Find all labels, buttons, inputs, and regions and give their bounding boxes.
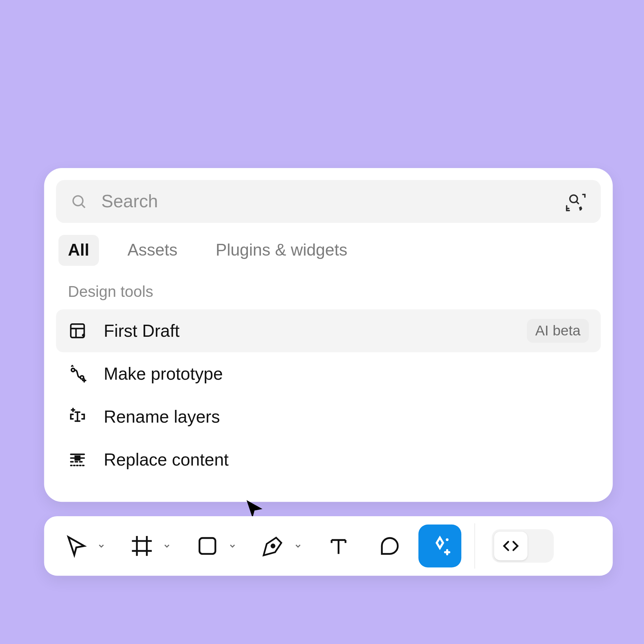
tool-list: First Draft AI beta Make prototype <box>56 309 601 481</box>
tool-move-group <box>58 528 119 564</box>
replace-content-icon <box>68 450 87 468</box>
svg-line-1 <box>82 205 85 208</box>
pen-tool[interactable] <box>255 528 291 564</box>
search-input[interactable] <box>101 191 551 211</box>
svg-point-31 <box>446 538 448 541</box>
command-palette: All Assets Plugins & widgets Design tool… <box>44 168 612 502</box>
rectangle-tool[interactable] <box>190 528 225 564</box>
filter-tabs: All Assets Plugins & widgets <box>56 235 601 266</box>
svg-point-0 <box>73 196 83 206</box>
move-tool[interactable] <box>58 528 94 564</box>
svg-line-3 <box>576 202 578 204</box>
dev-mode-off-slot <box>528 532 551 560</box>
frame-tool[interactable] <box>124 528 160 564</box>
tool-make-prototype[interactable]: Make prototype <box>56 352 601 395</box>
move-tool-chevron[interactable] <box>94 542 109 550</box>
svg-rect-25 <box>200 538 215 554</box>
frame-tool-chevron[interactable] <box>160 542 174 550</box>
make-prototype-icon <box>68 365 87 383</box>
svg-rect-20 <box>75 456 79 460</box>
first-draft-icon <box>68 322 87 340</box>
search-bar <box>56 180 601 223</box>
tab-all[interactable]: All <box>58 235 99 266</box>
tool-rename-layers[interactable]: Rename layers <box>56 395 601 438</box>
tab-label: All <box>68 241 90 259</box>
rename-layers-icon <box>68 408 87 425</box>
tab-label: Plugins & widgets <box>216 241 347 259</box>
tab-plugins[interactable]: Plugins & widgets <box>206 235 357 266</box>
tool-first-draft[interactable]: First Draft AI beta <box>56 309 601 352</box>
tool-label: Make prototype <box>104 364 223 384</box>
actions-tool[interactable] <box>418 525 461 568</box>
code-icon <box>494 532 528 560</box>
tab-assets[interactable]: Assets <box>118 235 187 266</box>
visual-search-icon[interactable] <box>565 191 587 212</box>
text-tool[interactable] <box>321 528 357 564</box>
pen-tool-chevron[interactable] <box>291 542 305 550</box>
tool-label: Replace content <box>104 450 228 470</box>
tab-label: Assets <box>127 241 177 259</box>
section-title: Design tools <box>56 282 601 301</box>
tool-frame-group <box>124 528 185 564</box>
tool-shape-group <box>190 528 250 564</box>
tool-label: First Draft <box>104 321 179 341</box>
comment-tool[interactable] <box>372 528 408 564</box>
svg-point-26 <box>271 544 274 547</box>
toolbar <box>44 516 612 576</box>
tool-replace-content[interactable]: Replace content <box>56 438 601 481</box>
tool-label: Rename layers <box>104 407 220 427</box>
ai-beta-badge: AI beta <box>527 319 589 343</box>
tool-pen-group <box>255 528 316 564</box>
toolbar-divider <box>474 523 475 569</box>
dev-mode-toggle[interactable] <box>492 529 554 563</box>
shape-tool-chevron[interactable] <box>225 542 240 550</box>
search-icon <box>70 193 87 210</box>
